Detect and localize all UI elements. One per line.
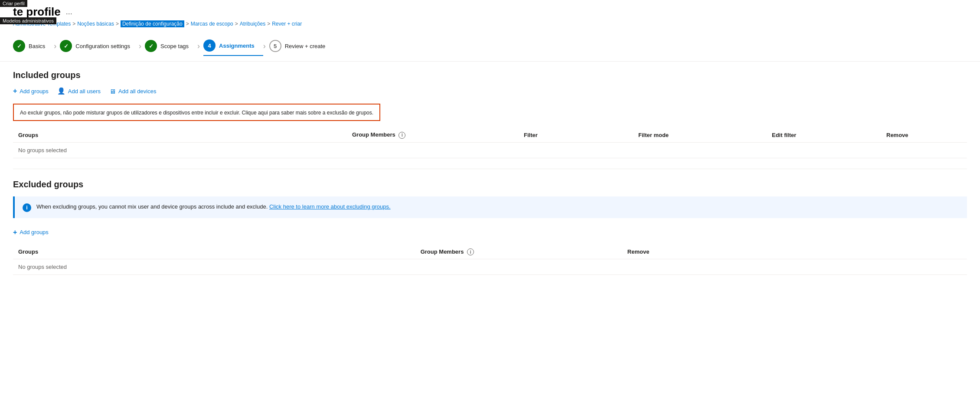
col-header-filtermode: Filter mode	[633, 128, 767, 142]
excluded-info-text: Ao excluir grupos, não pode misturar gru…	[20, 110, 373, 116]
add-all-users-button[interactable]: 👤 Add all users	[57, 87, 101, 95]
breadcrumb-sep-1: >	[116, 21, 119, 27]
step-num-assignments: 4	[203, 39, 216, 52]
add-groups-excluded-icon: +	[13, 229, 17, 236]
breadcrumb-definicao[interactable]: Definição de configuração	[121, 20, 184, 27]
col-header-groups: Groups	[13, 128, 347, 142]
info-banner-link[interactable]: Click here to learn more about excluding…	[269, 203, 391, 210]
breadcrumb-sep-0: >	[72, 21, 75, 27]
page-title: te profile	[13, 5, 61, 19]
breadcrumb-rever[interactable]: Rever + criar	[272, 21, 302, 27]
info-banner-main-text: When excluding groups, you cannot mix us…	[36, 203, 268, 210]
wizard-step-review[interactable]: 5 Review + create	[269, 36, 334, 56]
included-groups-table: Groups Group Members i Filter Filter mod…	[13, 128, 967, 158]
wizard-step-assignments[interactable]: 4 Assignments	[203, 36, 263, 56]
step-num-review: 5	[269, 40, 281, 52]
add-groups-excluded-label: Add groups	[20, 229, 49, 235]
excl-col-header-remove: Remove	[622, 245, 967, 259]
header-area: te profile ... Administrative Templates …	[0, 0, 980, 27]
add-all-users-label: Add all users	[68, 88, 101, 95]
add-all-users-icon: 👤	[57, 87, 65, 95]
wizard-step-basics[interactable]: ✓ Basics	[13, 36, 54, 56]
info-banner-text: When excluding groups, you cannot mix us…	[36, 202, 391, 211]
excl-col-header-members: Group Members i	[415, 245, 622, 259]
breadcrumb-sep-3: >	[235, 21, 238, 27]
breadcrumb-sep-2: >	[186, 21, 189, 27]
step-label-basics: Basics	[29, 43, 45, 49]
col-header-members: Group Members i	[347, 128, 519, 142]
excluded-groups-actions: + Add groups	[13, 229, 967, 236]
table-row-no-groups-excluded: No groups selected	[13, 259, 967, 275]
step-arrow-2: ›	[139, 42, 141, 51]
step-label-review: Review + create	[285, 43, 326, 49]
add-all-devices-label: Add all devices	[118, 88, 156, 95]
step-num-config: ✓	[60, 40, 72, 52]
step-num-scope: ✓	[145, 40, 157, 52]
no-groups-cell-included: No groups selected	[13, 142, 967, 158]
info-banner-icon: i	[23, 203, 31, 212]
no-groups-cell-excluded: No groups selected	[13, 259, 967, 275]
table-row-no-groups-included: No groups selected	[13, 142, 967, 158]
add-groups-button-excluded[interactable]: + Add groups	[13, 229, 49, 236]
excluded-groups-table: Groups Group Members i Remove No groups …	[13, 245, 967, 275]
step-label-scope: Scope tags	[160, 43, 189, 49]
included-groups-actions: + Add groups 👤 Add all users 🖥 Add all d…	[13, 87, 967, 95]
main-content: Included groups + Add groups 👤 Add all u…	[0, 62, 980, 289]
wizard-step-scope[interactable]: ✓ Scope tags	[145, 36, 197, 56]
breadcrumb-marcas[interactable]: Marcas de escopo	[191, 21, 233, 27]
add-all-devices-icon: 🖥	[109, 88, 116, 95]
included-groups-title: Included groups	[13, 70, 967, 80]
col-header-editfilter: Edit filter	[767, 128, 881, 142]
step-label-config: Configuration settings	[75, 43, 130, 49]
modelos-admin-tooltip: Modelos administrativos	[0, 17, 56, 24]
breadcrumb-atribuicoes[interactable]: Atribuições	[240, 21, 265, 27]
add-groups-button-included[interactable]: + Add groups	[13, 87, 49, 95]
step-arrow-3: ›	[197, 42, 200, 51]
page-title-row: te profile ...	[13, 5, 967, 19]
add-all-devices-button[interactable]: 🖥 Add all devices	[109, 87, 156, 95]
page-container: Criar perfil Modelos administrativos te …	[0, 0, 980, 418]
excluded-groups-title: Excluded groups	[13, 180, 967, 189]
wizard-step-config[interactable]: ✓ Configuration settings	[60, 36, 139, 56]
col-header-remove: Remove	[881, 128, 967, 142]
step-arrow-1: ›	[54, 42, 56, 51]
add-groups-label: Add groups	[20, 88, 49, 95]
group-members-info-icon-included[interactable]: i	[399, 132, 405, 139]
wizard-steps: ✓ Basics › ✓ Configuration settings › ✓ …	[0, 31, 980, 62]
criar-perfil-tooltip: Criar perfil	[0, 0, 27, 7]
breadcrumb: Administrative Templates > Noções básica…	[13, 20, 967, 27]
excl-col-header-groups: Groups	[13, 245, 415, 259]
ellipsis-button[interactable]: ...	[66, 7, 72, 16]
breadcrumb-sep-4: >	[267, 21, 270, 27]
section-divider	[13, 169, 967, 169]
step-label-assignments: Assignments	[219, 42, 255, 49]
col-header-filter: Filter	[519, 128, 633, 142]
add-groups-icon: +	[13, 87, 17, 95]
breadcrumb-nocoes[interactable]: Noções básicas	[77, 21, 114, 27]
step-num-basics: ✓	[13, 40, 25, 52]
group-members-info-icon-excluded[interactable]: i	[467, 248, 474, 255]
step-arrow-4: ›	[263, 42, 266, 51]
excluded-info-highlighted-box: Ao excluir grupos, não pode misturar gru…	[13, 104, 380, 121]
excluded-groups-info-banner: i When excluding groups, you cannot mix …	[13, 196, 967, 218]
